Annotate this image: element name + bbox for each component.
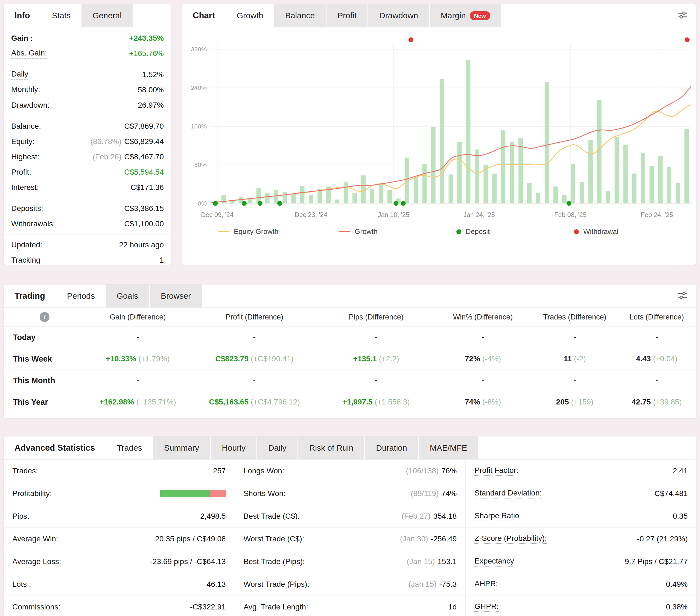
cell-win: 74%(-8%) (433, 398, 533, 406)
cell-main: - (136, 376, 139, 385)
profitability-bar (160, 490, 226, 497)
cell-pips: +1,997.5(+1,558.3) (319, 398, 434, 406)
legend-deposit[interactable]: Deposit (457, 227, 574, 236)
divider (3, 234, 172, 234)
tab-summary-label: Summary (164, 443, 199, 452)
info-row-updated: Updated: 22 hours ago (11, 237, 164, 253)
tab-general[interactable]: General (82, 4, 133, 27)
stat-value: 0.35 (673, 512, 688, 521)
strip-spacer (134, 4, 172, 27)
trading-tabstrip: Trading Periods Goals Browser (3, 284, 697, 308)
tab-general-label: General (92, 11, 122, 20)
svg-text:Dec 23, '24: Dec 23, '24 (295, 211, 327, 218)
stat-label: Average Win: (12, 535, 58, 543)
tab-daily[interactable]: Daily (257, 436, 298, 459)
withdrawal-dot-swatch (574, 229, 579, 234)
cell-main: C$5,163.65 (209, 398, 249, 406)
advanced-statistics-panel: Advanced Statistics Trades Summary Hourl… (3, 436, 697, 616)
legend-growth[interactable]: Growth (339, 227, 457, 236)
stat-label: Longs Won: (243, 466, 284, 475)
info-row-monthly: Monthly: 58.00% (11, 82, 164, 98)
cell-profit: - (190, 376, 319, 385)
legend-equity-growth[interactable]: Equity Growth (218, 227, 339, 236)
cell-main: - (136, 333, 139, 341)
info-label: Drawdown: (11, 101, 50, 110)
svg-text:0%: 0% (198, 200, 207, 207)
tab-browser[interactable]: Browser (150, 284, 202, 307)
tab-trades[interactable]: Trades (106, 436, 153, 459)
svg-text:Dec 09, '24: Dec 09, '24 (201, 211, 234, 218)
tab-balance[interactable]: Balance (274, 4, 326, 27)
stat-value-prefix: (Jan 15) (409, 580, 437, 588)
stat-value: -23.69 pips / -C$64.13 (150, 557, 226, 566)
legend-withdrawal[interactable]: Withdrawal (574, 227, 691, 236)
tab-summary[interactable]: Summary (153, 436, 210, 459)
svg-text:Feb 24, '25: Feb 24, '25 (641, 211, 673, 218)
legend-label: Equity Growth (234, 227, 278, 236)
stat-row-expectancy: Expectancy 9.7 Pips / C$21.77 (466, 550, 697, 573)
stat-value: 20.35 pips / C$49.08 (155, 535, 226, 543)
stat-value-main: -256.49 (431, 535, 457, 543)
chart-panel: Chart Growth Balance Profit Drawdown Mar… (182, 4, 697, 265)
advanced-tabstrip: Advanced Statistics Trades Summary Hourl… (3, 436, 697, 460)
tab-profit-label: Profit (337, 11, 357, 20)
tab-periods[interactable]: Periods (56, 284, 106, 307)
cell-diff: (+135.71%) (136, 398, 176, 406)
stat-label: AHPR: (474, 579, 498, 589)
cell-lots: 4.43(+0.04) (617, 355, 697, 363)
stat-row-best-trade-pips: Best Trade (Pips): (Jan 15)153.1 (235, 550, 466, 573)
info-value: C$3,386.15 (124, 204, 164, 213)
stat-label: Worst Trade (Pips): (243, 580, 310, 589)
info-icon[interactable]: i (40, 312, 50, 322)
cell-main: C$823.79 (215, 355, 249, 363)
info-row-abs-gain: Abs. Gain: +165.76% (11, 46, 164, 61)
tab-trades-label: Trades (117, 443, 142, 452)
column-header-trades: Trades (Difference) (533, 313, 617, 321)
info-row-equity: Equity: (86.78%)C$6,829.44 (11, 134, 164, 149)
tab-hourly[interactable]: Hourly (211, 436, 257, 459)
column-header-lots: Lots (Difference) (617, 313, 697, 321)
cell-diff: (-4%) (482, 355, 501, 363)
cell-main: - (482, 333, 484, 341)
stat-row-best-trade-cad: Best Trade (C$): (Feb 27)354.18 (235, 505, 466, 528)
tab-growth[interactable]: Growth (226, 4, 274, 27)
trading-settings-button[interactable] (669, 284, 697, 307)
cell-diff: (+C$190.41) (251, 355, 293, 363)
tab-mae-mfe[interactable]: MAE/MFE (419, 436, 478, 459)
svg-text:Feb 08, '25: Feb 08, '25 (554, 211, 587, 218)
tab-stats[interactable]: Stats (41, 4, 82, 27)
cell-main: - (573, 333, 576, 341)
tab-profit[interactable]: Profit (326, 4, 367, 27)
cell-lots: 42.75(+39.85) (617, 398, 697, 406)
info-value-prefix: (86.78%) (90, 137, 122, 146)
stat-row-commissions: Commissions: -C$322.91 (3, 596, 235, 616)
tab-duration[interactable]: Duration (365, 436, 418, 459)
profitability-bar-red (210, 490, 226, 497)
chart-settings-button[interactable] (669, 4, 697, 27)
tab-drawdown[interactable]: Drawdown (368, 4, 429, 27)
stat-value: (Jan 30)-256.49 (400, 535, 457, 543)
stat-value: (Feb 27)354.18 (402, 512, 457, 521)
stat-value: 2.41 (673, 466, 688, 475)
cell-win: - (433, 376, 533, 385)
cell-pips: +135.1(+2.2) (319, 355, 434, 363)
info-label: Daily (11, 70, 28, 80)
growth-line-swatch (339, 231, 350, 232)
cell-main: - (375, 333, 377, 341)
tab-goals[interactable]: Goals (106, 284, 149, 307)
stat-value-main: 153.1 (438, 557, 457, 566)
cell-diff: (+2.2) (379, 355, 399, 363)
stat-value: (Jan 15)153.1 (407, 557, 457, 566)
stat-value-prefix: (Jan 15) (407, 557, 435, 566)
stat-label: Profit Factor: (474, 466, 518, 476)
tab-margin[interactable]: Margin New (430, 4, 501, 27)
stat-label: Z-Score (Probability): (474, 534, 547, 544)
stat-row-worst-trade-pips: Worst Trade (Pips): (Jan 15)-75.3 (235, 573, 466, 596)
svg-text:160%: 160% (191, 123, 207, 130)
tab-risk-of-ruin[interactable]: Risk of Ruin (298, 436, 364, 459)
tab-duration-label: Duration (376, 443, 407, 452)
stat-label: Best Trade (Pips): (243, 557, 305, 566)
cell-trades: 11(-2) (533, 355, 617, 363)
table-row-this-month: This Month - - - - - - (3, 370, 697, 391)
info-value: -C$171.36 (128, 183, 164, 192)
